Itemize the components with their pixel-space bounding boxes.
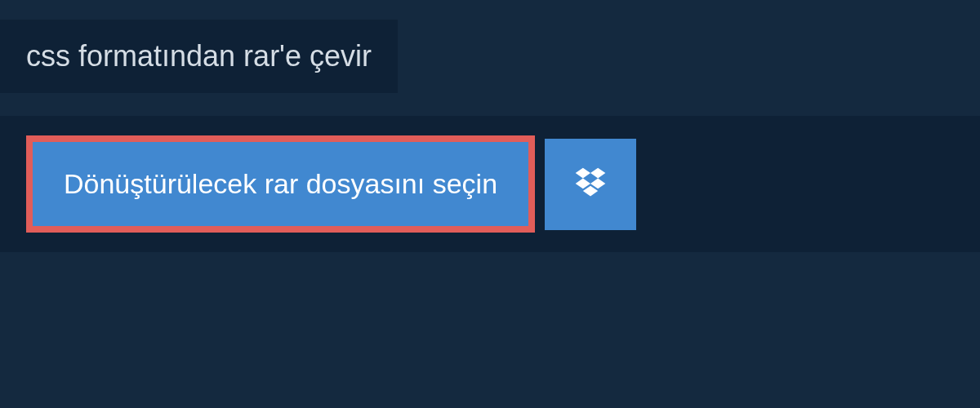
dropbox-icon [572, 165, 608, 204]
select-file-label: Dönüştürülecek rar dosyasını seçin [64, 168, 497, 199]
file-select-panel: Dönüştürülecek rar dosyasını seçin [0, 116, 980, 252]
page-title: css formatından rar'e çevir [26, 39, 372, 73]
select-file-button[interactable]: Dönüştürülecek rar dosyasını seçin [26, 135, 535, 233]
dropbox-button[interactable] [545, 139, 636, 230]
header-bar: css formatından rar'e çevir [0, 20, 398, 93]
